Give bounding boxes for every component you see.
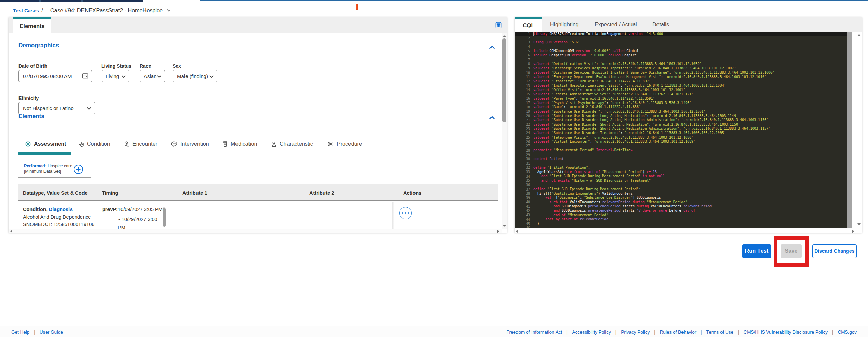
timing-scrollbar-thumb[interactable] [163, 208, 166, 227]
tab-label: Highlighting [550, 22, 579, 28]
cursor-marker [356, 4, 358, 10]
scissors-icon [328, 141, 334, 147]
chip-suffix: [Minimum Data Set] [24, 169, 61, 174]
code-line: valueset "Detoxification Visit": 'urn:oi… [533, 62, 775, 66]
tab-cql[interactable]: CQL [515, 17, 542, 32]
save-button[interactable]: Save [781, 244, 802, 258]
footer-link-cms-gov[interactable]: CMS.gov [838, 329, 857, 335]
row-timing-prefix: prevP: [102, 207, 118, 212]
elements-table-header: Datatype, Value Set & CodeTimingAttribut… [18, 184, 498, 201]
ethnicity-label: Ethnicity [18, 95, 39, 101]
editor-scrollbar-thumb[interactable] [847, 32, 852, 228]
footer-right-links: Freedom of Information Act|Accessibility… [506, 326, 857, 337]
element-tab-procedure[interactable]: Procedure [328, 140, 362, 148]
living-status-select[interactable]: Living [102, 70, 129, 82]
sex-select[interactable]: Male (finding) [173, 70, 217, 82]
scroll-down-arrow-icon[interactable] [857, 223, 861, 225]
chip-prefix: Performed: [24, 164, 47, 168]
elements-section-title: Elements [18, 113, 44, 120]
code-line: valueset "Substance Use Disorder Short A… [533, 127, 775, 131]
footer-link-freedom-of-information-act[interactable]: Freedom of Information Act [506, 329, 562, 335]
elements-collapse-icon[interactable] [489, 115, 495, 121]
editor-line-numbers: 1 2 3 4 5 6 7 8 9 10 11 12 13 14 15 16 1… [515, 32, 530, 228]
footer-link-get-help[interactable]: Get Help [11, 329, 29, 335]
tab-details[interactable]: Details [652, 17, 669, 32]
calendar-icon[interactable] [82, 73, 88, 80]
code-line: sort by start of relevantPeriod [533, 217, 775, 222]
row-actions-menu-button[interactable] [399, 207, 412, 219]
breadcrumb-test-cases-link[interactable]: Test Cases [13, 8, 39, 13]
footer-link-accessibility-policy[interactable]: Accessibility Policy [572, 329, 611, 335]
code-line: and SUDDiagnosis.prevalencePeriod starts… [533, 204, 775, 209]
add-element-button[interactable] [73, 164, 84, 174]
scroll-up-arrow-icon[interactable] [857, 34, 861, 36]
race-value: Asian [144, 73, 157, 79]
code-line: valueset "Substance Use Disorder Long Ac… [533, 114, 775, 118]
cql-editor[interactable]: 1 2 3 4 5 6 7 8 9 10 11 12 13 14 15 16 1… [515, 32, 847, 228]
code-line: library CMS137SUDTreatmentInitiationEnga… [533, 32, 775, 36]
footer-link-privacy-policy[interactable]: Privacy Policy [621, 329, 650, 335]
footer-separator: | [562, 329, 572, 335]
code-line: valueset "Substance Use Disorder Long Ac… [533, 118, 775, 122]
footer-separator: | [696, 329, 706, 335]
living-status-label: Living Status [101, 63, 131, 69]
calculator-icon[interactable] [495, 22, 502, 28]
dob-value: 07/07/1995 08:00 AM [23, 73, 72, 79]
footer-link-rules-of-behavior[interactable]: Rules of Behavior [660, 329, 697, 335]
tab-elements[interactable]: Elements [13, 17, 51, 33]
footer-link-user-guide[interactable]: User Guide [40, 329, 63, 335]
element-tab-encounter[interactable]: Encounter [124, 140, 157, 148]
cql-code: library CMS137SUDTreatmentInitiationEnga… [533, 32, 775, 228]
footer-link-terms-of-use[interactable]: Terms of Use [706, 329, 734, 335]
ethnicity-select[interactable]: Not Hispanic or Latino [18, 102, 95, 114]
table-header-timing: Timing [102, 190, 118, 196]
code-line: AgeInYearsAt(date from start of "Measure… [533, 170, 775, 174]
footer-link-cms-hhs-vulnerability-disclosure-policy[interactable]: CMS/HHS Vulnerability Disclosure Policy [744, 329, 828, 335]
chevron-down-icon[interactable] [167, 8, 170, 12]
tab-label: Expected / Actual [595, 22, 637, 28]
column-separator [98, 202, 98, 229]
scroll-up-arrow-icon[interactable] [503, 35, 506, 37]
code-line: and "First SUD Episode During Measuremen… [533, 174, 775, 179]
breadcrumb-separator: / [39, 7, 46, 14]
left-panel-tabstrip: Elements [9, 17, 507, 33]
code-line: valueset "Virtual Encounter": 'urn:oid:2… [533, 140, 775, 144]
tab-expected-actual[interactable]: Expected / Actual [595, 17, 637, 32]
tab-label: CQL [523, 23, 535, 29]
code-line [533, 161, 775, 166]
element-tab-assessment[interactable]: Assessment [25, 140, 66, 148]
element-tab-intervention[interactable]: Intervention [171, 140, 209, 148]
run-test-button[interactable]: Run Test [742, 244, 771, 258]
code-line: such that ValidEncounters.relevantPeriod… [533, 200, 775, 205]
person-icon [271, 141, 277, 147]
demographics-collapse-icon[interactable] [489, 44, 495, 51]
element-tab-condition[interactable]: Condition [78, 140, 110, 148]
browser-tab-separator [81, 0, 83, 2]
tab-highlighting[interactable]: Highlighting [550, 17, 579, 32]
code-line [533, 153, 775, 157]
left-panel-scrollbar-thumb[interactable] [502, 38, 506, 122]
tab-label: Details [652, 22, 669, 28]
code-line: include HospiceQDM version '7.0.000' cal… [533, 53, 775, 58]
code-line: using QDM version '5.6' [533, 40, 775, 45]
code-line: valueset "Office Visit": 'urn:oid:2.16.8… [533, 88, 775, 92]
row-diagnosis-link[interactable]: Diagnosis [49, 207, 73, 212]
chevron-down-icon [122, 73, 126, 79]
footer-separator: | [29, 329, 39, 335]
dob-input[interactable]: 07/07/1995 08:00 AM [18, 70, 92, 82]
discard-changes-button[interactable]: Discard Changes [812, 244, 857, 258]
element-tab-medication[interactable]: Medication [222, 140, 257, 148]
code-line: ) [533, 222, 775, 226]
code-line: valueset "Emergency Department Evaluatio… [533, 75, 775, 79]
scroll-down-arrow-icon[interactable] [503, 225, 506, 227]
code-line: valueset "Psych Visit Psychotherapy": 'u… [533, 101, 775, 105]
row-timing-line3: PM [118, 225, 125, 229]
element-tab-characteristic[interactable]: Characteristic [271, 140, 313, 148]
dob-label: Date of Birth [18, 63, 47, 69]
race-select[interactable]: Asian [140, 70, 165, 82]
element-tab-label: Intervention [180, 141, 209, 147]
test-case-elements-panel: Elements Demographics Date of Birth Livi… [9, 17, 507, 233]
footer: Get Help|User Guide Freedom of Informati… [0, 326, 868, 337]
table-header-attribute-2: Attribute 2 [309, 190, 334, 196]
code-line: and not exists "History of SUD Diagnosis… [533, 179, 775, 183]
